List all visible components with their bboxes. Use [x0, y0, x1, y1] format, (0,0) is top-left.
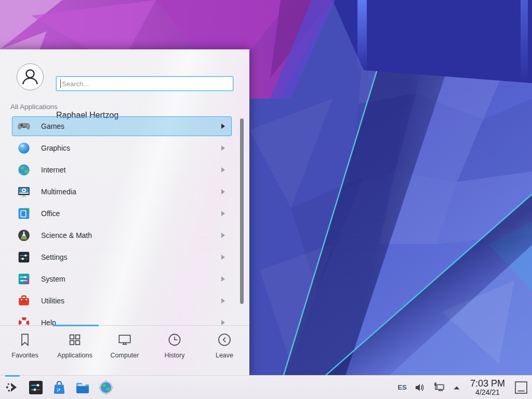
user-avatar[interactable] [16, 63, 44, 91]
category-help[interactable]: Help [12, 313, 232, 325]
active-tab-indicator [53, 325, 99, 326]
system-settings-icon [28, 380, 44, 395]
office-icon [17, 207, 31, 220]
applications-icon [67, 332, 83, 348]
category-settings[interactable]: Settings [12, 247, 232, 267]
tab-leave[interactable]: Leave [200, 328, 249, 371]
kde-launcher-icon [5, 380, 20, 395]
submenu-arrow-icon [221, 211, 225, 216]
submenu-arrow-icon [221, 233, 225, 238]
application-launcher-menu: Raphael Hertzog All Applications Games [0, 49, 249, 375]
expand-tray-icon[interactable] [453, 384, 461, 391]
taskbar: ES 7:03 PM 4/24/21 [0, 375, 532, 399]
settings-icon [17, 250, 31, 264]
clock-date: 4/24/21 [470, 389, 505, 396]
category-games[interactable]: Games [12, 116, 232, 136]
favorites-icon [17, 332, 33, 348]
science-math-icon [17, 229, 31, 242]
submenu-arrow-icon [221, 145, 225, 151]
taskbar-launchers [0, 380, 114, 395]
tab-label: Applications [57, 352, 92, 359]
submenu-arrow-icon [221, 124, 225, 129]
category-label: Settings [41, 253, 68, 261]
submenu-arrow-icon [221, 276, 225, 282]
submenu-arrow-icon [221, 320, 225, 325]
keyboard-layout-indicator[interactable]: ES [398, 383, 407, 391]
tab-applications[interactable]: Applications [50, 328, 100, 371]
tab-label: History [165, 352, 185, 359]
category-utilities[interactable]: Utilities [12, 291, 232, 311]
category-label: Office [41, 209, 60, 218]
launcher-footer-tabs: Favorites Applications C [0, 328, 249, 371]
network-icon[interactable] [433, 381, 445, 394]
category-science-math[interactable]: Science & Math [12, 225, 232, 245]
active-task-indicator [5, 375, 20, 377]
tab-label: Leave [216, 352, 233, 359]
games-icon [17, 119, 31, 133]
category-office[interactable]: Office [12, 204, 232, 223]
category-list: Games Graphics [0, 113, 249, 325]
volume-icon[interactable] [414, 382, 425, 393]
category-system[interactable]: System [12, 269, 232, 289]
leave-icon [217, 332, 232, 348]
web-browser-icon [98, 380, 114, 395]
submenu-arrow-icon [221, 189, 225, 194]
discover-launcher[interactable] [51, 380, 67, 395]
submenu-arrow-icon [221, 298, 225, 303]
web-browser-launcher[interactable] [98, 380, 114, 395]
category-label: Internet [41, 166, 65, 174]
list-scrollbar[interactable] [240, 118, 244, 304]
system-tray: ES 7:03 PM 4/24/21 [398, 379, 532, 396]
submenu-arrow-icon [221, 255, 225, 260]
category-label: System [41, 275, 65, 283]
desktop: Raphael Hertzog All Applications Games [0, 0, 532, 399]
tab-computer[interactable]: Computer [100, 328, 150, 371]
digital-clock[interactable]: 7:03 PM 4/24/21 [470, 379, 505, 396]
tab-label: Computer [111, 352, 139, 359]
footer-divider [0, 325, 249, 326]
submenu-arrow-icon [221, 167, 225, 172]
tab-label: Favorites [11, 352, 38, 359]
multimedia-icon [17, 185, 31, 198]
text-cursor [60, 79, 61, 88]
section-label: All Applications [10, 103, 58, 111]
search-input[interactable] [56, 76, 233, 91]
clock-time: 7:03 PM [470, 379, 505, 389]
category-label: Multimedia [41, 188, 76, 196]
system-icon [17, 272, 31, 286]
category-multimedia[interactable]: Multimedia [12, 182, 232, 202]
help-icon [17, 316, 31, 325]
system-settings-launcher[interactable] [28, 380, 44, 395]
tab-favorites[interactable]: Favorites [0, 328, 50, 371]
category-internet[interactable]: Internet [12, 160, 232, 180]
discover-icon [51, 380, 67, 395]
show-desktop-button[interactable] [514, 381, 528, 394]
category-label: Games [41, 122, 64, 130]
application-launcher-button[interactable] [5, 380, 20, 395]
graphics-icon [17, 141, 31, 155]
utilities-icon [17, 294, 31, 308]
computer-icon [117, 332, 132, 348]
category-label: Graphics [41, 144, 70, 152]
category-label: Science & Math [41, 231, 92, 240]
file-manager-icon [75, 380, 90, 395]
internet-icon [17, 163, 31, 177]
category-graphics[interactable]: Graphics [12, 138, 232, 158]
tab-history[interactable]: History [150, 328, 200, 371]
category-label: Utilities [41, 297, 64, 305]
history-icon [167, 332, 182, 348]
search-field-wrap [56, 76, 233, 91]
file-manager-launcher[interactable] [75, 380, 90, 395]
